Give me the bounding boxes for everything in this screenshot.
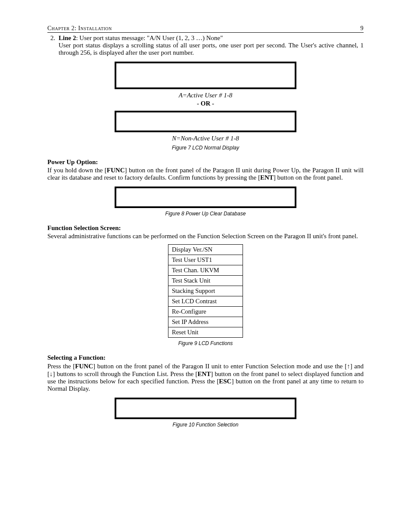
func-item: Set IP Address	[168, 317, 243, 327]
header-right: 9	[361, 25, 364, 32]
figure-7-caption: Figure 7 LCD Normal Display	[47, 145, 364, 151]
sel-p1: Press the [	[47, 363, 75, 370]
caption-or: - OR -	[47, 100, 364, 107]
func-item: Test Stack Unit	[168, 276, 243, 286]
func-key-2: FUNC	[75, 363, 93, 370]
sel-p4: ] buttons to scroll through the Function…	[53, 370, 198, 377]
caption-active-user: A=Active User # 1-8	[47, 92, 364, 99]
func-item: Re-Configure	[168, 307, 243, 317]
funcsel-title: Function Selection Screen:	[47, 224, 364, 232]
ent-key: ENT	[260, 174, 274, 181]
func-item: Stacking Support	[168, 286, 243, 296]
func-item: Set LCD Contrast	[168, 296, 243, 307]
header-left: Chapter 2: Installation	[47, 25, 112, 32]
powerup-title: Power Up Option:	[47, 159, 364, 166]
sel-p2: ] button on the front panel of the Parag…	[93, 363, 347, 370]
line2-item: Line 2: User port status message: "A/N U…	[57, 34, 364, 56]
esc-key: ESC	[219, 378, 231, 385]
func-item: Display Ver./SN	[168, 245, 243, 255]
powerup-post: ] button on the front panel.	[274, 174, 343, 181]
func-item: Reset Unit	[168, 327, 243, 338]
down-arrow-icon: ↓	[50, 370, 53, 377]
selecting-title: Selecting a Function:	[47, 354, 364, 361]
selecting-text: Press the [FUNC] button on the front pan…	[47, 362, 364, 392]
lcd-box-nonactive	[115, 111, 296, 132]
func-item: Test Chan. UKVM	[168, 265, 243, 276]
figure-8-caption: Figure 8 Power Up Clear Database	[47, 211, 364, 217]
ent-key-2: ENT	[197, 370, 211, 377]
line2-detail: User port status displays a scrolling st…	[59, 42, 364, 56]
lcd-box-funcselect	[115, 398, 296, 419]
line2-label: Line 2	[59, 34, 76, 41]
lcd-box-powerup	[115, 187, 296, 208]
funcsel-text: Several administrative functions can be …	[47, 233, 364, 240]
line2-intro: : User port status message: "A/N User (1…	[76, 34, 223, 41]
func-item: Test User UST1	[168, 255, 243, 265]
func-key: FUNC	[107, 167, 125, 174]
figure-9-caption: Figure 9 LCD Functions	[47, 340, 364, 346]
powerup-pre: If you hold down the [	[47, 167, 107, 174]
page-header: Chapter 2: Installation 9	[47, 25, 364, 33]
figure-10-caption: Figure 10 Function Selection	[47, 422, 364, 428]
function-table: Display Ver./SN Test User UST1 Test Chan…	[168, 244, 243, 338]
powerup-text: If you hold down the [FUNC] button on th…	[47, 167, 364, 181]
up-arrow-icon: ↑	[347, 362, 350, 370]
lcd-box-active	[115, 62, 296, 89]
caption-nonactive-user: N=Non-Active User # 1-8	[47, 135, 364, 142]
